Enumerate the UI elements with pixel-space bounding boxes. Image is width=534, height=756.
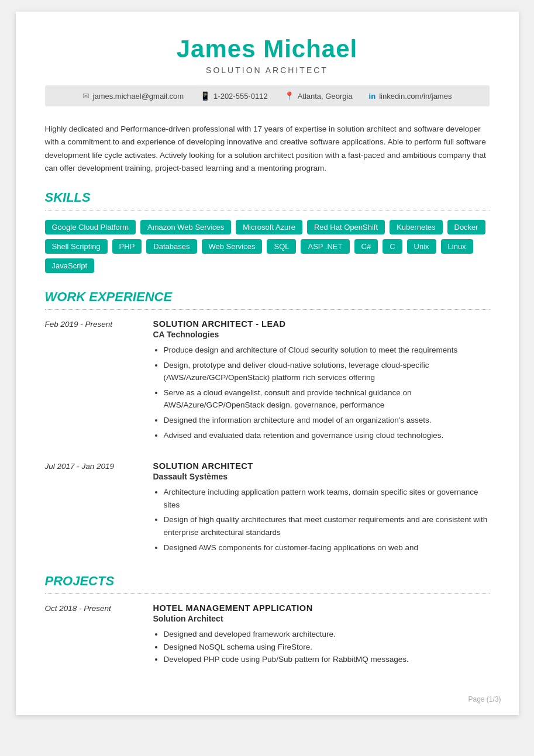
work-bullet-item: Design of high quality architectures tha… [164, 513, 490, 538]
projects-section: PROJECTS Oct 2018 - PresentHOTEL MANAGEM… [45, 574, 490, 666]
projects-section-title: PROJECTS [45, 574, 490, 589]
contact-bar: ✉ james.michael@gmail.com 📱 1-202-555-01… [45, 85, 490, 106]
skill-tag: Linux [441, 239, 473, 254]
skill-tag: JavaScript [45, 258, 95, 273]
skill-tag: PHP [112, 239, 142, 254]
project-bullet-item: Designed NoSQL schema using FireStore. [164, 641, 490, 654]
work-bullet-item: Designed AWS components for customer-fac… [164, 541, 490, 554]
location-icon: 📍 [284, 91, 294, 101]
skill-tag: Databases [146, 239, 197, 254]
email-text: james.michael@gmail.com [93, 92, 184, 101]
skill-tag: SQL [267, 239, 296, 254]
skill-tag: C [383, 239, 402, 254]
work-job-title: SOLUTION ARCHITECT - LEAD [153, 319, 490, 329]
summary-text: Highly dedicated and Performance-driven … [45, 123, 490, 175]
work-divider [45, 309, 490, 310]
skill-tag: Docker [447, 220, 485, 234]
skill-tag: ASP .NET [301, 239, 349, 254]
work-entry: Jul 2017 - Jan 2019SOLUTION ARCHITECTDas… [45, 461, 490, 556]
skill-tag: Red Hat OpenShift [307, 220, 385, 234]
work-bullets: Architecture including application patte… [153, 486, 490, 554]
project-entry: Oct 2018 - PresentHOTEL MANAGEMENT APPLI… [45, 603, 490, 666]
work-bullet-item: Serve as a cloud evangelist, consult and… [164, 386, 490, 412]
contact-linkedin: in linkedin.com/in/james [369, 92, 452, 101]
skill-tag: Amazon Web Services [140, 220, 231, 234]
work-bullet-item: Advised and evaluated data retention and… [164, 429, 490, 442]
candidate-name: James Michael [45, 35, 490, 63]
project-date: Oct 2018 - Present [45, 603, 136, 666]
linkedin-icon: in [369, 92, 376, 101]
skill-tag: Microsoft Azure [236, 220, 302, 234]
project-entries: Oct 2018 - PresentHOTEL MANAGEMENT APPLI… [45, 603, 490, 666]
skill-tag: C# [354, 239, 378, 254]
work-bullet-item: Design, prototype and deliver cloud-nati… [164, 359, 490, 384]
project-title: HOTEL MANAGEMENT APPLICATION [153, 603, 490, 613]
header: James Michael SOLUTION ARCHITECT [45, 35, 490, 75]
skills-section-title: SKILLS [45, 190, 490, 205]
work-content: SOLUTION ARCHITECT - LEADCA Technologies… [153, 319, 490, 444]
project-bullet-item: Developed PHP code using Pub/Sub pattern… [164, 653, 490, 666]
skill-tag: Shell Scripting [45, 239, 108, 254]
resume-page: James Michael SOLUTION ARCHITECT ✉ james… [16, 12, 519, 715]
project-subtitle: Solution Architect [153, 614, 490, 623]
phone-text: 1-202-555-0112 [213, 92, 268, 101]
project-content: HOTEL MANAGEMENT APPLICATIONSolution Arc… [153, 603, 490, 666]
skill-tag: Unix [407, 239, 436, 254]
work-company: Dassault Systèmes [153, 472, 490, 481]
skill-tag: Web Services [202, 239, 263, 254]
skill-tag: Google Cloud Platform [45, 220, 136, 234]
work-section-title: WORK EXPERIENCE [45, 289, 490, 305]
work-content: SOLUTION ARCHITECTDassault SystèmesArchi… [153, 461, 490, 556]
linkedin-text: linkedin.com/in/james [379, 92, 452, 101]
contact-email: ✉ james.michael@gmail.com [82, 91, 184, 101]
phone-icon: 📱 [200, 91, 210, 101]
work-bullet-item: Architecture including application patte… [164, 486, 490, 511]
candidate-title: SOLUTION ARCHITECT [45, 65, 490, 75]
work-bullets: Produce design and architecture of Cloud… [153, 344, 490, 441]
work-bullet-item: Designed the information architecture an… [164, 414, 490, 427]
location-text: Atlanta, Georgia [298, 92, 353, 101]
skill-tag: Kubernetes [390, 220, 443, 234]
contact-phone: 📱 1-202-555-0112 [200, 91, 268, 101]
project-bullet-item: Designed and developed framework archite… [164, 628, 490, 641]
work-job-title: SOLUTION ARCHITECT [153, 461, 490, 471]
contact-location: 📍 Atlanta, Georgia [284, 91, 353, 101]
work-entry: Feb 2019 - PresentSOLUTION ARCHITECT - L… [45, 319, 490, 444]
skills-container: Google Cloud PlatformAmazon Web Services… [45, 220, 490, 273]
work-date: Jul 2017 - Jan 2019 [45, 461, 136, 556]
work-bullet-item: Produce design and architecture of Cloud… [164, 344, 490, 357]
work-entries: Feb 2019 - PresentSOLUTION ARCHITECT - L… [45, 319, 490, 556]
work-company: CA Technologies [153, 330, 490, 339]
email-icon: ✉ [82, 91, 89, 101]
skills-divider [45, 210, 490, 210]
projects-divider [45, 593, 490, 594]
work-date: Feb 2019 - Present [45, 319, 136, 444]
page-number: Page (1/3) [468, 695, 501, 703]
project-bullets: Designed and developed framework archite… [153, 628, 490, 666]
